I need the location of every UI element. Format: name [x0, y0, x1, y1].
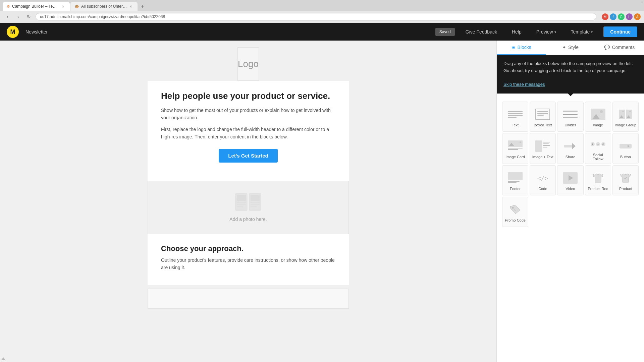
mailchimp-logo: M	[7, 26, 19, 38]
skip-messages-link[interactable]: Skip these messages	[503, 82, 545, 87]
block-social-follow-label: Social Follow	[587, 153, 609, 161]
content-block: Help people use your product or service.…	[148, 81, 349, 181]
block-social-follow[interactable]: f in ⊕ Social Follow	[585, 133, 611, 164]
boxed-text-icon	[534, 108, 551, 121]
block-footer[interactable]: Footer	[502, 165, 528, 195]
button-icon	[617, 139, 634, 153]
cta-container: Let's Get Started	[161, 149, 335, 163]
template-button[interactable]: Template ▾	[567, 27, 597, 37]
block-button[interactable]: Button	[612, 133, 639, 164]
block-video-label: Video	[566, 187, 575, 191]
divider-icon	[561, 108, 579, 121]
give-feedback-button[interactable]: Give Feedback	[462, 27, 501, 37]
help-button[interactable]: Help	[508, 27, 526, 37]
block-image-card[interactable]: Image Card	[502, 133, 528, 164]
product-icon	[617, 171, 634, 185]
blocks-icon: ⊞	[512, 45, 516, 50]
text-icon	[506, 108, 524, 121]
url-bar[interactable]: us17.admin.mailchimp.com/campaigns/wizar…	[36, 13, 596, 20]
right-panel: ⊞ Blocks ✦ Style 💬 Comments Drag any of …	[496, 41, 644, 362]
block-divider[interactable]: Divider	[557, 102, 583, 132]
block-image-card-label: Image Card	[505, 155, 525, 159]
svg-rect-10	[564, 145, 572, 147]
svg-rect-2	[237, 195, 246, 201]
svg-point-12	[512, 207, 514, 209]
block-product[interactable]: Product	[612, 165, 639, 195]
newsletter-nav[interactable]: Newsletter	[25, 29, 48, 35]
video-icon	[561, 171, 579, 185]
ext-icon-2: f	[610, 13, 616, 20]
forward-button[interactable]: ›	[14, 13, 22, 21]
new-tab-button[interactable]: +	[138, 2, 147, 11]
browser-toolbar-icons: M f G L A	[602, 13, 641, 20]
footer-icon	[506, 171, 524, 185]
image-text-icon	[534, 139, 551, 153]
body-text-2: First, replace the logo and change the f…	[161, 126, 335, 141]
promo-code-icon: %	[506, 203, 524, 216]
browser-chrome: ⚙ Campaign Builder – Template … ✕ 🐵 All …	[0, 0, 644, 23]
bottom-partial-block	[148, 289, 349, 309]
logo-block[interactable]: Logo	[237, 47, 259, 81]
tab-bar: ⚙ Campaign Builder – Template … ✕ 🐵 All …	[0, 0, 644, 11]
preview-button[interactable]: Preview ▾	[532, 27, 560, 37]
ext-icon-4: L	[626, 13, 633, 20]
tab-1-close[interactable]: ✕	[61, 4, 65, 9]
main-layout: Logo Help people use your product or ser…	[0, 41, 644, 362]
block-image-text[interactable]: Image + Text	[530, 133, 556, 164]
svg-marker-11	[572, 143, 576, 149]
share-icon	[561, 139, 579, 153]
block-video[interactable]: Video	[557, 165, 583, 195]
refresh-button[interactable]: ↻	[25, 13, 33, 21]
block-product-label: Product	[619, 187, 632, 191]
block-product-rec[interactable]: Product Rec	[585, 165, 611, 195]
main-heading: Help people use your product or service.	[161, 91, 335, 101]
block-share[interactable]: Share	[557, 133, 583, 164]
block-code[interactable]: </> Code	[530, 165, 556, 195]
block-promo-code[interactable]: % Promo Code	[502, 197, 528, 227]
svg-rect-3	[251, 195, 260, 201]
block-boxed-text-label: Boxed Text	[534, 123, 552, 127]
image-placeholder[interactable]: Add a photo here.	[148, 181, 349, 234]
banner-arrow	[568, 94, 573, 96]
tab-1[interactable]: ⚙ Campaign Builder – Template … ✕	[3, 2, 70, 11]
app-header: M Newsletter Saved Give Feedback Help Pr…	[0, 23, 644, 41]
body-text-1: Show how to get the most out of your pro…	[161, 107, 335, 122]
tab-blocks[interactable]: ⊞ Blocks	[497, 41, 546, 55]
block-share-label: Share	[566, 155, 575, 159]
info-banner: Drag any of the blocks below into the ca…	[497, 55, 644, 94]
image-group-icon	[617, 108, 634, 121]
blocks-grid: Text Boxed Text	[497, 96, 644, 232]
image-caption: Add a photo here.	[229, 217, 267, 222]
block-product-rec-label: Product Rec	[588, 187, 608, 191]
tab-style[interactable]: ✦ Style	[546, 41, 595, 55]
block-footer-label: Footer	[510, 187, 521, 191]
product-rec-icon	[589, 171, 607, 185]
info-banner-text: Drag any of the blocks below into the ca…	[503, 60, 637, 74]
block-image-group[interactable]: Image Group	[612, 102, 639, 132]
preview-area: Logo Help people use your product or ser…	[0, 41, 496, 362]
image-card-icon	[506, 139, 524, 153]
back-button[interactable]: ‹	[3, 13, 11, 21]
tab-comments[interactable]: 💬 Comments	[595, 41, 644, 55]
cta-button[interactable]: Let's Get Started	[219, 149, 277, 163]
code-icon: </>	[534, 171, 551, 185]
tab-2[interactable]: 🐵 All subscribers of Unternehmh… ✕	[70, 2, 138, 11]
address-bar: ‹ › ↻ us17.admin.mailchimp.com/campaigns…	[0, 11, 644, 23]
tab-2-close[interactable]: ✕	[129, 4, 133, 9]
block-promo-code-label: Promo Code	[505, 218, 526, 222]
comments-icon: 💬	[604, 45, 610, 50]
image-placeholder-icon	[235, 193, 262, 213]
continue-button[interactable]: Continue	[603, 26, 637, 37]
saved-badge: Saved	[435, 28, 455, 36]
ext-icon-1: M	[602, 13, 608, 20]
block-text-label: Text	[512, 123, 519, 127]
block-image-label: Image	[593, 123, 603, 127]
block-image-text-label: Image + Text	[532, 155, 553, 159]
section-heading: Choose your approach.	[161, 244, 335, 253]
block-text[interactable]: Text	[502, 102, 528, 132]
block-image-group-label: Image Group	[615, 123, 636, 127]
block-image[interactable]: Image	[585, 102, 611, 132]
block-boxed-text[interactable]: Boxed Text	[530, 102, 556, 132]
svg-text:%: %	[514, 209, 516, 212]
ext-icon-3: G	[618, 13, 625, 20]
